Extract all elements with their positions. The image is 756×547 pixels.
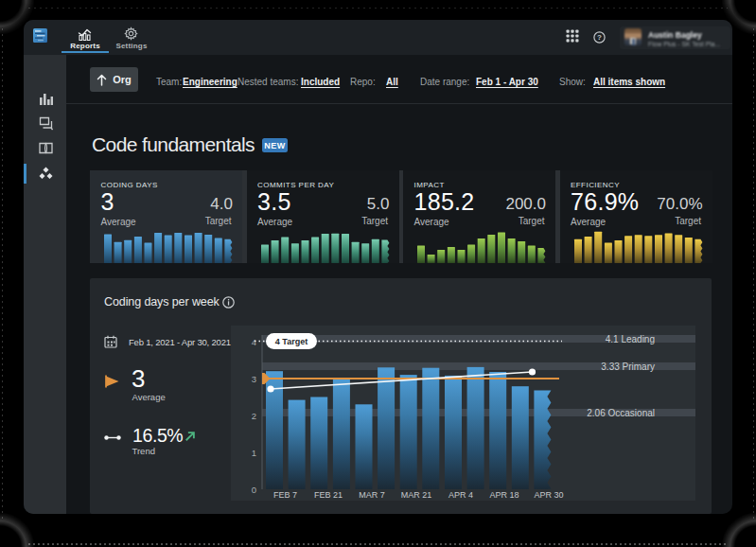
svg-text:MAR 7: MAR 7 bbox=[359, 490, 385, 500]
svg-text:FEB 7: FEB 7 bbox=[273, 490, 297, 500]
svg-text:MAR 21: MAR 21 bbox=[401, 490, 432, 500]
svg-text:4.1 Leading: 4.1 Leading bbox=[606, 334, 655, 344]
svg-text:APR 18: APR 18 bbox=[489, 490, 519, 500]
svg-text:2: 2 bbox=[252, 411, 256, 421]
svg-text:3: 3 bbox=[252, 374, 256, 384]
svg-text:APR 4: APR 4 bbox=[448, 490, 473, 500]
svg-text:FEB 21: FEB 21 bbox=[314, 490, 343, 500]
svg-text:2.06 Occasional: 2.06 Occasional bbox=[587, 408, 655, 418]
svg-text:3.33 Primary: 3.33 Primary bbox=[601, 362, 655, 372]
svg-text:1: 1 bbox=[252, 448, 256, 458]
svg-text:?: ? bbox=[597, 33, 602, 42]
svg-text:0: 0 bbox=[252, 485, 256, 495]
svg-text:APR 30: APR 30 bbox=[534, 490, 563, 500]
